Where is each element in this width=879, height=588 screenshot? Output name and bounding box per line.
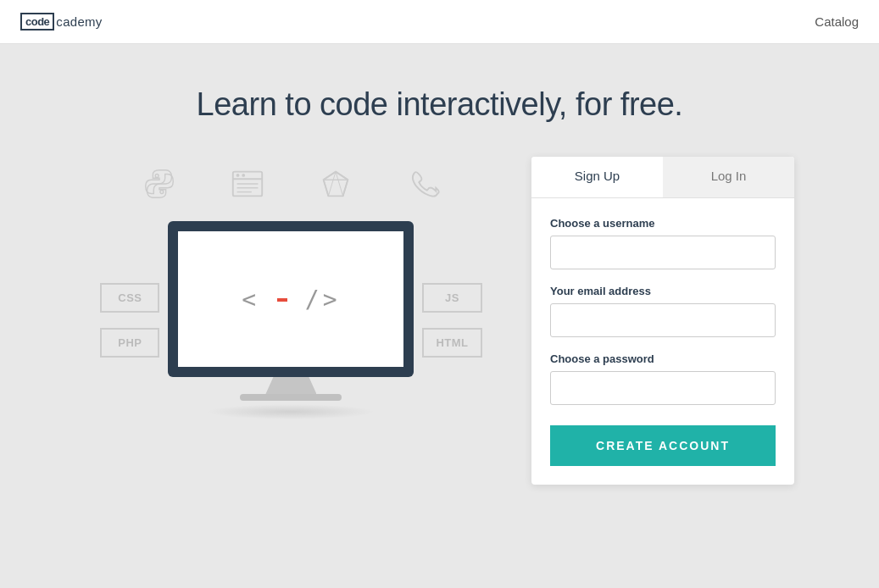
svg-point-2 [236, 174, 239, 177]
hero-section: Learn to code interactively, for free. [0, 44, 879, 485]
header: code cademy Catalog [0, 0, 879, 44]
logo-box: code [20, 13, 54, 31]
right-badges: JS HTML [422, 283, 481, 358]
hero-title: Learn to code interactively, for free. [197, 86, 683, 123]
phone-icon [405, 165, 442, 206]
code-display: < /> [242, 286, 340, 313]
email-input[interactable] [550, 303, 776, 337]
username-label: Choose a username [550, 217, 776, 230]
js-badge: JS [422, 283, 481, 313]
svg-line-9 [342, 180, 348, 196]
python-icon [141, 165, 178, 206]
svg-point-3 [242, 174, 245, 177]
password-group: Choose a password [550, 352, 776, 405]
username-input[interactable] [550, 236, 776, 269]
email-group: Your email address [550, 285, 776, 337]
browser-icon [229, 165, 266, 206]
tab-signup[interactable]: Sign Up [531, 157, 663, 197]
monitor-base [240, 394, 342, 401]
html-badge: HTML [422, 328, 481, 358]
password-input[interactable] [550, 371, 776, 405]
create-account-button[interactable]: CREATE ACCOUNT [550, 425, 776, 466]
catalog-link[interactable]: Catalog [815, 14, 859, 29]
tabs-row: Sign Up Log In [531, 157, 794, 198]
password-label: Choose a password [550, 352, 776, 365]
monitor-shadow [206, 404, 376, 419]
cursor [277, 298, 287, 302]
css-badge: CSS [100, 283, 159, 313]
gem-icon [317, 165, 354, 206]
svg-line-8 [323, 180, 328, 196]
logo: code cademy [20, 13, 103, 31]
php-badge: PHP [100, 328, 159, 358]
signup-form: Choose a username Your email address Cho… [531, 198, 794, 485]
monitor-screen: < /> [178, 231, 403, 367]
monitor-area: CSS PHP < /> [100, 221, 481, 419]
tab-login[interactable]: Log In [663, 157, 794, 197]
main-content: CSS PHP < /> [51, 157, 828, 485]
left-badges: CSS PHP [100, 283, 159, 358]
monitor: < /> [168, 221, 414, 377]
monitor-stand [265, 377, 316, 394]
logo-text: cademy [56, 14, 102, 29]
illustration: CSS PHP < /> [85, 157, 498, 419]
email-label: Your email address [550, 285, 776, 297]
signup-panel: Sign Up Log In Choose a username Your em… [531, 157, 794, 485]
icons-row [141, 165, 442, 206]
username-group: Choose a username [550, 217, 776, 269]
